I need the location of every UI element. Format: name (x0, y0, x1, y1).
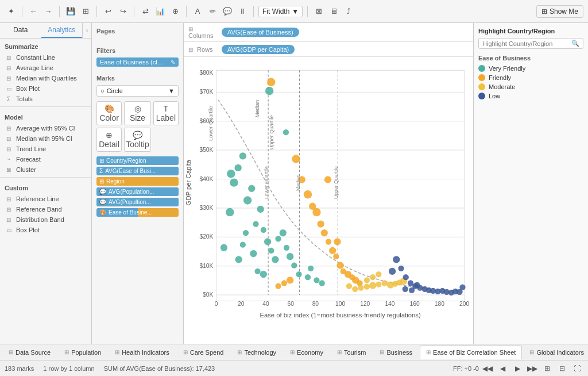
marks-field-ease-color[interactable]: 🎨 Ease of Busine... (96, 208, 179, 217)
box-plot-summarize-item[interactable]: ▭ Box Plot (0, 83, 91, 94)
low-dot (478, 93, 485, 99)
svg-point-50 (272, 256, 278, 263)
size-button[interactable]: ◎ Size (124, 101, 150, 125)
constant-line-item[interactable]: ⊟ Constant Line (0, 52, 91, 63)
fix-axes-icon[interactable]: ⊠ (312, 5, 325, 18)
svg-point-48 (264, 238, 271, 245)
marks-field-region[interactable]: ⊞ Region (96, 177, 179, 186)
tab-business[interactable]: ⊞ Business (373, 346, 419, 359)
forward-icon[interactable]: → (42, 5, 55, 18)
pop1-field-label: AVG(Population... (109, 189, 154, 195)
marks-field-pop1[interactable]: 💬 AVG(Population... (96, 187, 179, 196)
group-icon[interactable]: ⊕ (169, 5, 181, 18)
prev-fix-icon[interactable]: ◀◀ (481, 362, 494, 375)
marks-field-pop2[interactable]: 💬 AVG(Popultion... (96, 198, 179, 206)
grid-view-icon[interactable]: ⊞ (541, 362, 554, 375)
prev-icon[interactable]: ◀ (496, 362, 509, 375)
redo-icon[interactable]: ↪ (117, 5, 129, 18)
next-fix-icon[interactable]: ▶▶ (526, 362, 539, 375)
highlight-search-box[interactable]: 🔍 (478, 38, 583, 49)
rows-label: ⊟ Rows (188, 46, 217, 53)
totals-item[interactable]: Σ Totals (0, 94, 91, 104)
film-strip-icon[interactable]: ⊟ (556, 362, 568, 375)
back-icon[interactable]: ← (27, 5, 40, 18)
columns-field-pill[interactable]: AVG(Ease of Business) (222, 28, 299, 37)
tab-data[interactable]: Data (0, 23, 41, 38)
tooltip-icon[interactable]: 💬 (221, 5, 234, 18)
trend-line-item[interactable]: ⊟ Trend Line (0, 144, 91, 154)
color-button[interactable]: 🎨 Color (96, 101, 122, 125)
svg-text:Upper Quartile: Upper Quartile (333, 166, 339, 199)
show-me-button[interactable]: ⊞ Show Me (536, 5, 583, 18)
annotate-icon[interactable]: ✏ (206, 5, 219, 18)
highlight-icon[interactable]: A (191, 5, 204, 18)
fit-width-dropdown[interactable]: Fit Width ▼ (258, 6, 303, 17)
save-icon[interactable]: 💾 (64, 5, 77, 18)
median-quartiles-item[interactable]: ⊟ Median with Quartiles (0, 73, 91, 83)
tab-tourism[interactable]: ⊞ Tourism (331, 346, 373, 359)
tab-health[interactable]: ⊞ Health Indicators (109, 346, 176, 359)
label-button[interactable]: T Label (153, 101, 179, 125)
health-tab-icon: ⊞ (115, 349, 119, 355)
svg-point-40 (230, 178, 238, 186)
panel-collapse-button[interactable]: › (82, 23, 91, 38)
detail-button[interactable]: ⊕ Detail (96, 128, 122, 152)
swap-icon[interactable]: ⇄ (139, 5, 152, 18)
filters-title: Filters (96, 47, 179, 54)
svg-point-49 (268, 248, 274, 254)
tab-population[interactable]: ⊞ Population (58, 346, 107, 359)
filter-edit-icon[interactable]: ✎ (171, 59, 175, 66)
svg-text:120: 120 (360, 301, 370, 307)
tab-economy[interactable]: ⊞ Economy (284, 346, 330, 359)
average-line-item[interactable]: ⊟ Average Line (0, 63, 91, 73)
filter-ease-business[interactable]: Ease of Business (cl... ✎ (96, 57, 179, 67)
data-source-tab-label: Data Source (16, 349, 51, 356)
tab-technology[interactable]: ⊞ Technology (231, 346, 283, 359)
tab-data-source[interactable]: ⊞ Data Source (2, 346, 57, 359)
forecast-icon: ~ (5, 156, 13, 163)
next-icon[interactable]: ▶ (511, 362, 524, 375)
divider (0, 106, 91, 107)
svg-point-39 (226, 208, 234, 216)
filter-icon[interactable]: Ⅱ (236, 5, 249, 18)
main-area: Data Analytics › Summarize ⊟ Constant Li… (0, 23, 588, 344)
tooltip-button[interactable]: 💬 Tooltip (124, 128, 150, 152)
separator (134, 6, 134, 17)
svg-point-66 (305, 274, 311, 280)
low-label: Low (489, 93, 500, 99)
add-datasource-icon[interactable]: ⊞ (79, 5, 92, 18)
undo-icon[interactable]: ↩ (102, 5, 114, 18)
device-preview-icon[interactable]: 🖥 (327, 5, 340, 18)
model-title: Model (0, 109, 91, 123)
svg-text:$0K: $0K (203, 291, 213, 298)
svg-text:$20K: $20K (199, 233, 213, 240)
rows-field-pill[interactable]: AVG(GDP per Capita) (222, 45, 295, 54)
fullscreen-icon[interactable]: ⛶ (571, 362, 583, 375)
size-label: Size (130, 113, 145, 122)
marks-field-country[interactable]: ⊞ Country/Region (96, 156, 179, 165)
tab-care-spend[interactable]: ⊞ Care Spend (177, 346, 230, 359)
toolbar: ✦ ← → 💾 ⊞ ↩ ↪ ⇄ 📊 ⊕ A ✏ 💬 Ⅱ Fit Width ▼ … (0, 0, 588, 23)
svg-text:GDP per Capita: GDP per Capita (185, 159, 192, 205)
tab-ease-biz[interactable]: ⊞ Ease of Biz Correlation Sheet (420, 346, 522, 359)
separator (307, 6, 308, 17)
svg-point-106 (393, 256, 400, 263)
reference-band-item[interactable]: ⊟ Reference Band (0, 204, 91, 214)
highlight-search-input[interactable] (482, 40, 571, 47)
box-plot-custom-item[interactable]: ▭ Box Plot (0, 225, 91, 235)
separator (59, 6, 60, 17)
median-95ci-item[interactable]: ⊟ Median with 95% CI (0, 133, 91, 144)
tableau-logo-icon: ✦ (5, 5, 17, 18)
cluster-item[interactable]: ⊠ Cluster (0, 164, 91, 175)
reference-line-item[interactable]: ⊟ Reference Line (0, 194, 91, 204)
tab-global[interactable]: ⊞ Global Indicators (523, 346, 588, 359)
share-icon[interactable]: ⤴ (342, 5, 355, 18)
forecast-item[interactable]: ~ Forecast (0, 154, 91, 164)
marks-type-selector[interactable]: ○ Circle ▼ (96, 85, 179, 97)
marks-dropdown-icon: ▼ (168, 87, 175, 94)
tab-analytics[interactable]: Analytics (41, 23, 83, 38)
chart-type-icon[interactable]: 📊 (154, 5, 167, 18)
avg-95ci-item[interactable]: ⊟ Average with 95% CI (0, 123, 91, 133)
marks-field-ease[interactable]: Σ AVG(Ease of Busi... (96, 167, 179, 175)
distribution-band-item[interactable]: ⊟ Distribution Band (0, 214, 91, 225)
